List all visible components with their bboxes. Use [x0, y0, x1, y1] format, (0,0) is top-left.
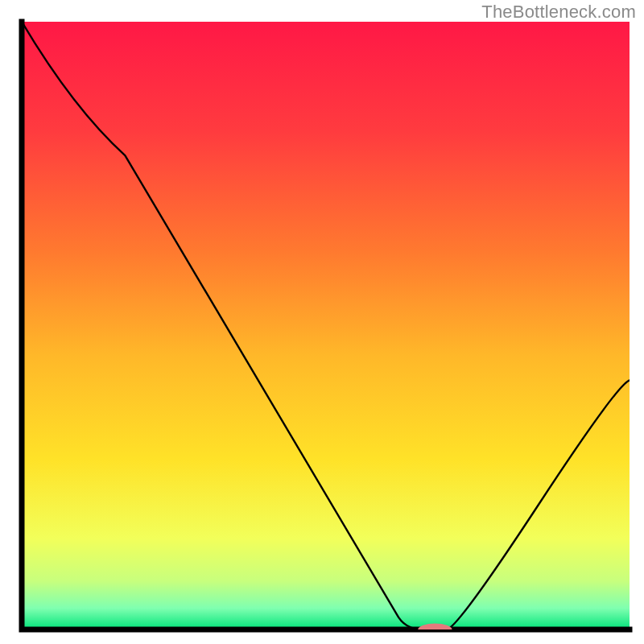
- bottleneck-chart: [0, 0, 644, 644]
- optimal-marker: [418, 623, 452, 635]
- chart-stage: TheBottleneck.com: [0, 0, 644, 644]
- plot-background: [22, 22, 630, 630]
- watermark-label: TheBottleneck.com: [481, 2, 636, 23]
